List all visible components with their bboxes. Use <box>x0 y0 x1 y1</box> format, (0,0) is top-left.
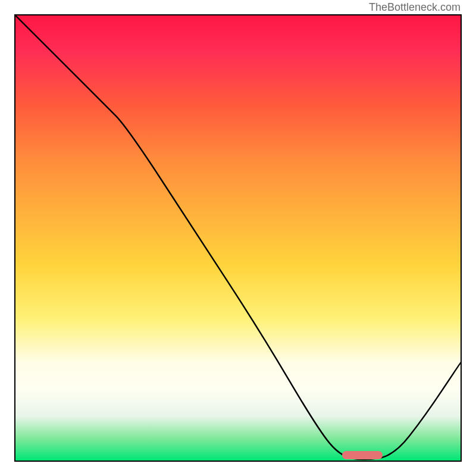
watermark-text: TheBottleneck.com <box>369 1 461 14</box>
chart-plot-area <box>14 14 462 462</box>
gradient-background <box>15 15 461 461</box>
optimal-range-marker <box>342 451 383 459</box>
